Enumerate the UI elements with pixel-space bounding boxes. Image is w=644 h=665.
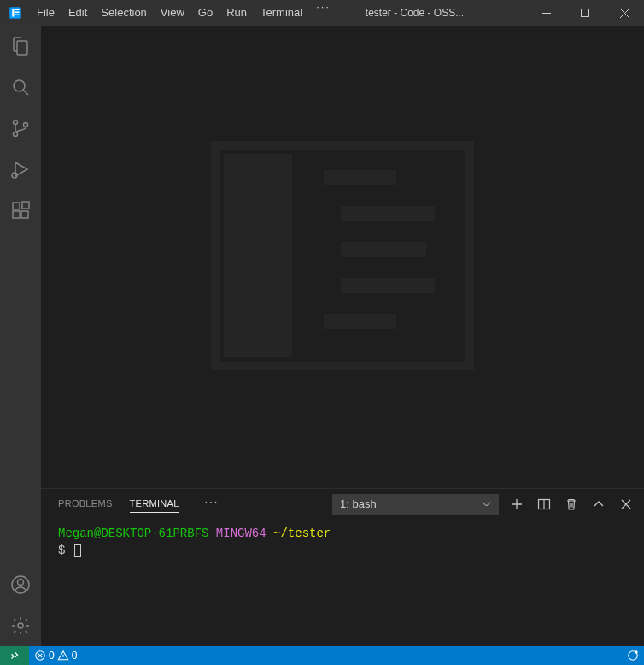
svg-point-8 — [14, 132, 18, 137]
svg-rect-23 — [341, 278, 435, 293]
window-controls — [526, 0, 644, 26]
panel-maximize-button[interactable] — [589, 495, 608, 514]
svg-rect-24 — [324, 314, 396, 329]
activity-extensions[interactable] — [0, 190, 41, 231]
menubar: File Edit Selection View Go Run Terminal… — [30, 0, 337, 26]
panel-tabs-more[interactable]: ··· — [196, 495, 228, 513]
maximize-button[interactable] — [565, 0, 605, 26]
status-feedback-button[interactable] — [622, 646, 644, 665]
svg-rect-3 — [15, 12, 20, 14]
editor-area: Problems Terminal ··· 1: bash — [41, 26, 644, 646]
terminal-kill-button[interactable] — [562, 495, 581, 514]
svg-rect-1 — [12, 9, 14, 17]
menu-view[interactable]: View — [154, 0, 191, 26]
terminal-prompt: $ — [58, 544, 65, 557]
svg-point-16 — [18, 580, 24, 586]
activity-source-control[interactable] — [0, 108, 41, 149]
minimize-button[interactable] — [526, 0, 565, 26]
menu-more[interactable]: ··· — [309, 0, 337, 26]
editor-empty-state — [41, 26, 644, 488]
menu-file[interactable]: File — [30, 0, 61, 26]
svg-rect-4 — [15, 15, 20, 16]
terminal-system: MINGW64 — [216, 527, 266, 540]
menu-run[interactable]: Run — [220, 0, 254, 26]
svg-rect-5 — [581, 9, 588, 16]
panel-close-button[interactable] — [617, 495, 635, 514]
panel-tab-terminal[interactable]: Terminal — [130, 495, 179, 513]
svg-point-28 — [635, 650, 638, 654]
menu-terminal[interactable]: Terminal — [254, 0, 309, 26]
panel: Problems Terminal ··· 1: bash — [41, 488, 644, 646]
svg-rect-11 — [13, 203, 20, 209]
activity-search[interactable] — [0, 67, 41, 108]
svg-rect-19 — [224, 154, 292, 357]
menu-selection[interactable]: Selection — [94, 0, 153, 26]
svg-point-9 — [24, 123, 28, 127]
editor-watermark-icon — [210, 140, 475, 374]
svg-point-6 — [14, 80, 25, 91]
panel-header: Problems Terminal ··· 1: bash — [41, 489, 644, 519]
svg-rect-12 — [13, 211, 20, 218]
status-errors-count: 0 — [49, 650, 55, 662]
svg-rect-13 — [21, 211, 28, 218]
svg-rect-22 — [341, 242, 426, 257]
terminal-selector[interactable]: 1: bash — [332, 494, 499, 515]
app-icon — [0, 5, 30, 21]
terminal-user: Megan@DESKTOP-61PRBFS — [58, 527, 208, 540]
svg-rect-2 — [15, 9, 20, 11]
status-bar: 0 0 — [0, 646, 644, 665]
terminal-split-button[interactable] — [535, 495, 553, 514]
window-title: tester - Code - OSS... — [337, 7, 526, 19]
terminal-selector-label: 1: bash — [340, 497, 377, 510]
activity-bar — [0, 26, 41, 646]
close-button[interactable] — [605, 0, 644, 26]
activity-settings[interactable] — [0, 605, 41, 646]
terminal-cursor — [74, 544, 81, 557]
activity-debug[interactable] — [0, 149, 41, 190]
menu-go[interactable]: Go — [191, 0, 220, 26]
activity-explorer[interactable] — [0, 26, 41, 67]
terminal-new-button[interactable] — [507, 495, 526, 514]
menu-edit[interactable]: Edit — [61, 0, 94, 26]
svg-rect-14 — [22, 202, 29, 209]
terminal-path: ~/tester — [273, 527, 331, 540]
status-remote-button[interactable] — [0, 646, 29, 665]
titlebar: File Edit Selection View Go Run Terminal… — [0, 0, 644, 26]
svg-rect-21 — [341, 206, 435, 221]
svg-rect-20 — [324, 170, 396, 185]
svg-point-17 — [18, 623, 23, 628]
status-problems[interactable]: 0 0 — [29, 646, 82, 665]
status-warnings-count: 0 — [72, 650, 78, 662]
svg-point-7 — [14, 121, 18, 125]
panel-tab-problems[interactable]: Problems — [58, 495, 113, 513]
terminal-content[interactable]: Megan@DESKTOP-61PRBFS MINGW64 ~/tester $ — [41, 519, 644, 646]
activity-accounts[interactable] — [0, 564, 41, 605]
